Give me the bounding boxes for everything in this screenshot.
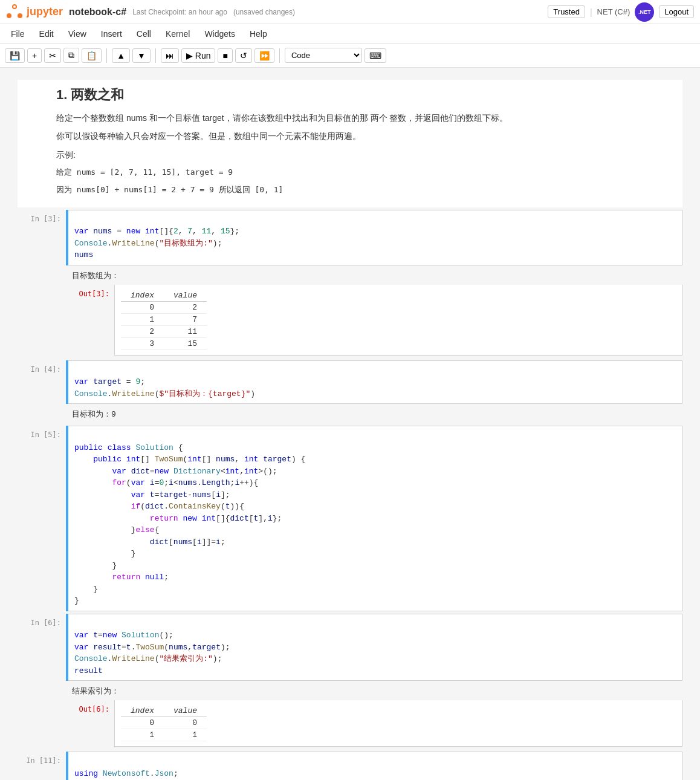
col-value-header-6: value <box>164 705 207 717</box>
restart-button[interactable]: ↺ <box>235 48 252 63</box>
cell-5-content: public class Solution { public int[] Two… <box>66 426 682 611</box>
toolbar: 💾 + ✂ ⧉ 📋 ▲ ▼ ⏭ ▶ Run ■ ↺ ⏩ Code Markdow… <box>0 44 700 68</box>
col-value-header: value <box>164 290 207 302</box>
logout-button[interactable]: Logout <box>659 5 694 18</box>
table-row: 211 <box>121 325 207 337</box>
col-index-header-6: index <box>121 705 164 717</box>
jupyter-brand: jupyter <box>27 5 63 18</box>
cell-4-in-label: In [4]: <box>18 360 66 374</box>
col-index-header: index <box>121 290 164 302</box>
cell-6-out-row: Out[6]: index value <box>66 700 682 747</box>
menu-insert[interactable]: Insert <box>95 27 128 41</box>
cell-4-code[interactable]: var target = 9; Console.WriteLine($"目标和为… <box>68 360 682 405</box>
run-button[interactable]: ▶ Run <box>181 48 216 63</box>
cell-3-out-row: Out[3]: index value <box>66 285 682 356</box>
svg-point-3 <box>13 5 16 8</box>
step-button[interactable]: ⏭ <box>161 48 179 63</box>
menu-view[interactable]: View <box>62 27 92 41</box>
menubar: File Edit View Insert Cell Kernel Widget… <box>0 24 700 44</box>
table-row: 17 <box>121 313 207 325</box>
kernel-info: NET (C#) <box>597 7 630 16</box>
cell-6-out-content: index value 00 11 <box>114 700 682 747</box>
move-down-button[interactable]: ▼ <box>132 48 151 63</box>
menu-widgets[interactable]: Widgets <box>198 27 241 41</box>
cell-3-code[interactable]: var nums = new int[]{2, 7, 11, 15}; Cons… <box>68 210 682 265</box>
dotnet-icon: .NET <box>635 2 654 22</box>
cell-3: In [3]: var nums = new int[]{2, 7, 11, 1… <box>18 210 682 358</box>
jupyter-logo-icon <box>6 4 23 21</box>
cell-4-output: 目标和为：9 <box>66 404 682 423</box>
example-given: 给定 nums = [2, 7, 11, 15], target = 9 <box>56 166 670 179</box>
restart-run-button[interactable]: ⏩ <box>254 48 274 63</box>
cell-11-row: In [11]: using Newtonsoft.Json; JsonConv… <box>18 752 682 780</box>
interrupt-button[interactable]: ■ <box>218 48 232 63</box>
cell-6-content: var t=new Solution(); var result=t.TwoSu… <box>66 614 682 750</box>
cell-6-row: In [6]: var t=new Solution(); var result… <box>18 614 682 750</box>
desc-1: 给定一个整数数组 nums 和一个目标值 target，请你在该数组中找出和为目… <box>56 111 670 125</box>
cell-5: In [5]: public class Solution { public i… <box>18 426 682 611</box>
cell-6: In [6]: var t=new Solution(); var result… <box>18 614 682 750</box>
cell-11: In [11]: using Newtonsoft.Json; JsonConv… <box>18 752 682 780</box>
cell-6-in-label: In [6]: <box>18 614 66 627</box>
cell-6-table: index value 00 11 <box>121 705 207 741</box>
notebook-heading: 1. 两数之和 <box>56 86 670 104</box>
menu-edit[interactable]: Edit <box>33 27 60 41</box>
cell-5-code[interactable]: public class Solution { public int[] Two… <box>68 426 682 611</box>
add-cell-button[interactable]: + <box>27 48 42 63</box>
cell-11-code[interactable]: using Newtonsoft.Json; JsonConvert.Seria… <box>68 752 682 780</box>
menu-cell[interactable]: Cell <box>131 27 157 41</box>
svg-point-1 <box>7 13 11 18</box>
table-row: 00 <box>121 717 207 729</box>
right-controls: Trusted | NET (C#) .NET Logout <box>548 2 694 22</box>
separator-3 <box>279 48 280 63</box>
cell-3-output-text: 目标数组为： <box>66 265 682 285</box>
cell-6-code[interactable]: var t=new Solution(); var result=t.TwoSu… <box>68 614 682 681</box>
cell-4-row: In [4]: var target = 9; Console.WriteLin… <box>18 360 682 424</box>
save-button[interactable]: 💾 <box>5 48 25 63</box>
keyboard-button[interactable]: ⌨ <box>365 48 386 63</box>
checkpoint-text: Last Checkpoint: an hour ago (unsaved ch… <box>132 8 295 16</box>
cell-4-content: var target = 9; Console.WriteLine($"目标和为… <box>66 360 682 424</box>
table-row: 02 <box>121 301 207 313</box>
cell-6-out-label: Out[6]: <box>66 700 114 713</box>
trusted-button[interactable]: Trusted <box>548 5 585 18</box>
cell-4: In [4]: var target = 9; Console.WriteLin… <box>18 360 682 424</box>
cell-5-row: In [5]: public class Solution { public i… <box>18 426 682 611</box>
table-row: 315 <box>121 337 207 349</box>
menu-help[interactable]: Help <box>244 27 273 41</box>
example-because: 因为 nums[0] + nums[1] = 2 + 7 = 9 所以返回 [0… <box>56 184 670 197</box>
cell-3-row: In [3]: var nums = new int[]{2, 7, 11, 1… <box>18 210 682 358</box>
header: jupyter notebook-c# Last Checkpoint: an … <box>0 0 700 24</box>
menu-kernel[interactable]: Kernel <box>160 27 196 41</box>
table-row: 11 <box>121 729 207 741</box>
cell-3-out-label: Out[3]: <box>66 285 114 298</box>
copy-button[interactable]: ⧉ <box>63 48 79 63</box>
cell-11-content: using Newtonsoft.Json; JsonConvert.Seria… <box>66 752 682 780</box>
svg-point-2 <box>18 13 22 18</box>
separator-1 <box>106 48 107 63</box>
markdown-cell: 1. 两数之和 给定一个整数数组 nums 和一个目标值 target，请你在该… <box>18 80 682 207</box>
cell-5-in-label: In [5]: <box>18 426 66 439</box>
notebook-title: notebook-c# <box>69 7 126 18</box>
cell-3-table-output: index value 02 17 211 315 <box>114 285 682 356</box>
cell-3-content: var nums = new int[]{2, 7, 11, 15}; Cons… <box>66 210 682 358</box>
cell-11-in-label: In [11]: <box>18 752 66 765</box>
cut-button[interactable]: ✂ <box>44 48 61 63</box>
paste-button[interactable]: 📋 <box>82 48 102 63</box>
menu-file[interactable]: File <box>5 27 31 41</box>
example-label: 示例: <box>56 148 670 161</box>
desc-2: 你可以假设每种输入只会对应一个答案。但是，数组中同一个元素不能使用两遍。 <box>56 129 670 143</box>
move-up-button[interactable]: ▲ <box>112 48 130 63</box>
cell-type-select[interactable]: Code Markdown Raw NBConvert <box>285 48 362 63</box>
cell-6-table-output: index value 00 11 <box>114 700 682 747</box>
cell-3-in-label: In [3]: <box>18 210 66 223</box>
separator-2 <box>155 48 156 63</box>
notebook: 1. 两数之和 给定一个整数数组 nums 和一个目标值 target，请你在该… <box>0 68 700 780</box>
jupyter-logo: jupyter <box>6 4 63 21</box>
cell-6-output-text: 结果索引为： <box>66 681 682 700</box>
cell-3-table: index value 02 17 211 315 <box>121 290 207 350</box>
cell-3-out-content: index value 02 17 211 315 <box>114 285 682 356</box>
